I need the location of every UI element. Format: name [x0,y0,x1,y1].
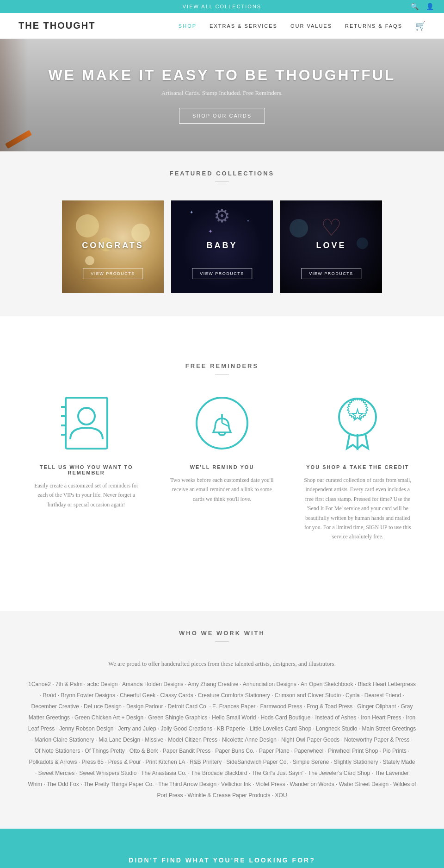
reminders-heading: FREE REMINDERS [0,344,444,393]
featured-title: FEATURED COLLECTIONS [0,170,444,177]
featured-divider [215,181,229,182]
contacts-icon [56,393,117,453]
love-image: ♡ LOVE VIEW PRODUCTS [280,200,382,293]
bokeh-4 [85,256,94,265]
nav-returns[interactable]: RETURNS & FAQS [345,23,402,29]
baby-label: BABY [206,241,237,250]
partners-heading: WHO WE WORK WITH [0,611,444,660]
award-icon [327,393,388,453]
cart-icon[interactable]: 🛒 [415,21,426,31]
love-button[interactable]: VIEW PRODUCTS [301,268,361,279]
top-bar-label[interactable]: VIEW ALL COLLECTIONS [183,4,261,9]
reminder-award: YOU SHOP & TAKE THE CREDIT Shop our cura… [299,393,416,542]
reminder-contacts-text: Easily create a customized set of remind… [32,481,140,509]
reminders-grid: TELL US WHO YOU WANT TO REMEMBER Easily … [0,393,444,556]
bokeh-1 [76,214,99,237]
main-nav: SHOP EXTRAS & SERVICES OUR VALUES RETURN… [179,21,426,31]
hero-subtitle: Artisanal Cards. Stamp Included. Free Re… [161,89,283,97]
reminders-title: FREE REMINDERS [0,362,444,369]
star-1: ✦ [190,210,193,215]
love-label: LOVE [316,241,346,250]
reminder-award-text: Shop our curated collection of cards fro… [304,475,412,542]
footer-heading: DIDN'T FIND WHAT YOU'RE LOOKING FOR? [18,856,426,864]
reminder-bell-title: WE'LL REMIND YOU [168,464,276,470]
bokeh-l2 [357,237,368,249]
reminder-bell-text: Two weeks before each customized date yo… [168,475,276,504]
featured-heading: FEATURED COLLECTIONS [0,151,444,200]
partners-section: WHO WE WORK WITH We are proud to offer h… [0,611,444,829]
congrats-image: CONGRATS VIEW PRODUCTS [62,200,164,293]
bokeh-l1 [290,219,308,237]
reminder-bell: WE'LL REMIND YOU Two weeks before each c… [163,393,280,542]
reminders-divider [215,374,229,375]
nav-shop[interactable]: SHOP [179,23,197,29]
search-icon[interactable]: 🔍 [411,3,419,10]
spacer-2 [0,583,444,611]
collection-love[interactable]: ♡ LOVE VIEW PRODUCTS [280,200,382,293]
bokeh-3 [131,224,150,242]
star-2: ✦ [247,219,250,223]
heart-deco: ♡ [321,214,342,241]
reminder-award-title: YOU SHOP & TAKE THE CREDIT [304,464,412,470]
star-3: ✦ [208,228,213,235]
mobile-icon: ⚙ [214,205,230,227]
spacer-1 [0,316,444,344]
user-icon[interactable]: 👤 [426,3,435,10]
pencil-decoration [5,130,32,149]
congrats-label: CONGRATS [82,241,144,250]
baby-image: ✦ ✦ ✦ ⚙ BABY VIEW PRODUCTS [171,200,273,293]
reminder-contacts: TELL US WHO YOU WANT TO REMEMBER Easily … [28,393,145,542]
featured-section: FEATURED COLLECTIONS CONGRATS VIEW PRODU… [0,151,444,316]
partners-divider [215,641,229,642]
nav-values[interactable]: OUR VALUES [290,23,332,29]
shop-cards-button[interactable]: SHOP OUR CARDS [179,108,265,124]
hero-title: WE MAKE IT EASY TO BE THOUGHTFUL [49,67,396,84]
congrats-button[interactable]: VIEW PRODUCTS [83,268,143,279]
bell-icon [192,393,252,453]
partners-title: WHO WE WORK WITH [0,630,444,637]
svg-rect-0 [66,398,107,449]
footer-cta: DIDN'T FIND WHAT YOU'RE LOOKING FOR? Con… [0,829,444,868]
hero-section: WE MAKE IT EASY TO BE THOUGHTFUL Artisan… [0,39,444,151]
partners-intro: We are proud to offer handcrafted pieces… [0,660,444,668]
baby-button[interactable]: VIEW PRODUCTS [192,268,252,279]
top-bar: VIEW ALL COLLECTIONS 🔍 👤 [0,0,444,13]
header: THE THOUGHT SHOP EXTRAS & SERVICES OUR V… [0,13,444,39]
collections-grid: CONGRATS VIEW PRODUCTS ✦ ✦ ✦ ⚙ BABY VIEW… [0,200,444,293]
nav-extras[interactable]: EXTRAS & SERVICES [210,23,278,29]
reminder-contacts-title: TELL US WHO YOU WANT TO REMEMBER [32,464,140,475]
collection-congrats[interactable]: CONGRATS VIEW PRODUCTS [62,200,164,293]
partners-list: 1Canoe2 · 7th & Palm · acbc Design · Ama… [0,679,444,801]
logo: THE THOUGHT [18,20,95,31]
collection-baby[interactable]: ✦ ✦ ✦ ⚙ BABY VIEW PRODUCTS [171,200,273,293]
reminders-section: FREE REMINDERS TELL US WHO YO [0,344,444,583]
svg-point-5 [78,408,95,425]
top-bar-icons: 🔍 👤 [411,3,435,10]
